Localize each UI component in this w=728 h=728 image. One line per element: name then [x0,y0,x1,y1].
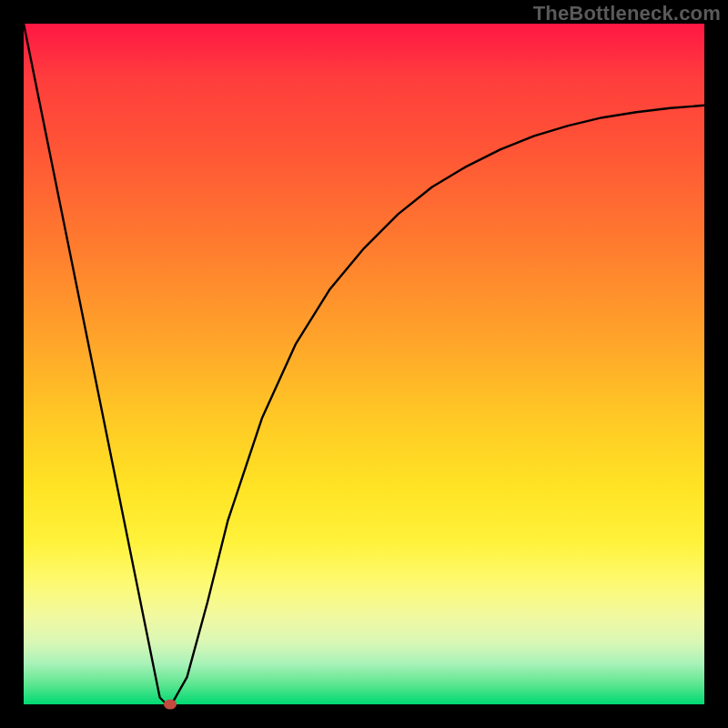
bottleneck-curve [24,24,704,704]
plot-area [24,24,704,704]
watermark-text: TheBottleneck.com [533,2,721,25]
chart-container: { "watermark": "TheBottleneck.com", "cha… [0,0,728,728]
optimum-marker [164,700,177,710]
curve-path [24,24,704,704]
